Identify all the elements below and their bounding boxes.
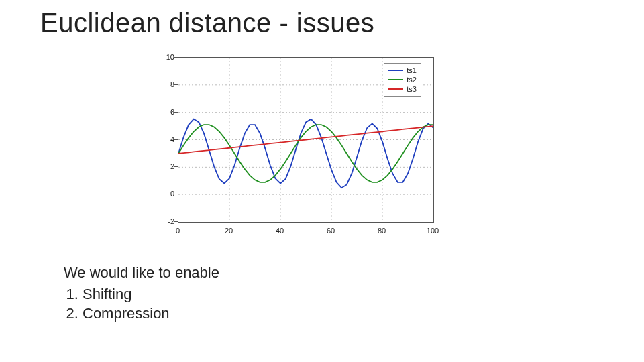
x-ticklabel: 60 bbox=[327, 227, 335, 235]
legend-swatch-ts3 bbox=[388, 88, 403, 90]
x-ticklabel: 80 bbox=[378, 227, 386, 235]
legend: ts1 ts2 ts3 bbox=[384, 63, 421, 97]
y-tick bbox=[174, 221, 178, 222]
body-list: Shifting Compression bbox=[64, 284, 219, 324]
x-ticklabel: 40 bbox=[276, 227, 284, 235]
slide-title: Euclidean distance - issues bbox=[40, 8, 374, 38]
y-tick bbox=[174, 139, 178, 140]
y-tick bbox=[174, 166, 178, 167]
legend-label-ts2: ts2 bbox=[407, 75, 417, 84]
x-ticklabel: 20 bbox=[225, 227, 233, 235]
legend-item-ts1: ts1 bbox=[388, 66, 417, 75]
y-tick bbox=[174, 112, 178, 113]
plot-area: ts1 ts2 ts3 bbox=[178, 57, 434, 223]
legend-swatch-ts2 bbox=[388, 79, 403, 80]
body-list-item-2: Compression bbox=[83, 304, 219, 324]
legend-label-ts3: ts3 bbox=[407, 84, 417, 94]
y-ticklabel: 0 bbox=[170, 190, 174, 198]
y-ticklabel: 8 bbox=[170, 80, 174, 88]
y-ticklabel: 6 bbox=[170, 108, 174, 116]
legend-item-ts2: ts2 bbox=[388, 75, 417, 84]
body-text: We would like to enable Shifting Compres… bbox=[64, 263, 219, 324]
y-ticklabel: 2 bbox=[170, 162, 174, 170]
legend-item-ts3: ts3 bbox=[388, 84, 417, 94]
y-ticklabel: 4 bbox=[170, 135, 174, 143]
y-ticklabel: 10 bbox=[166, 53, 174, 61]
x-ticklabel: 0 bbox=[176, 227, 180, 235]
chart: ts1 ts2 ts3 020406080100-20246810 bbox=[154, 54, 443, 241]
y-tick bbox=[174, 84, 178, 85]
body-intro: We would like to enable bbox=[64, 263, 219, 283]
body-list-item-1: Shifting bbox=[83, 284, 219, 304]
y-tick bbox=[174, 194, 178, 194]
legend-label-ts1: ts1 bbox=[407, 66, 417, 75]
y-ticklabel: -2 bbox=[168, 217, 174, 225]
y-tick bbox=[174, 57, 178, 58]
x-ticklabel: 100 bbox=[427, 227, 439, 235]
slide: Euclidean distance - issues ts1 ts2 ts3 … bbox=[0, 0, 644, 362]
legend-swatch-ts1 bbox=[388, 70, 403, 71]
